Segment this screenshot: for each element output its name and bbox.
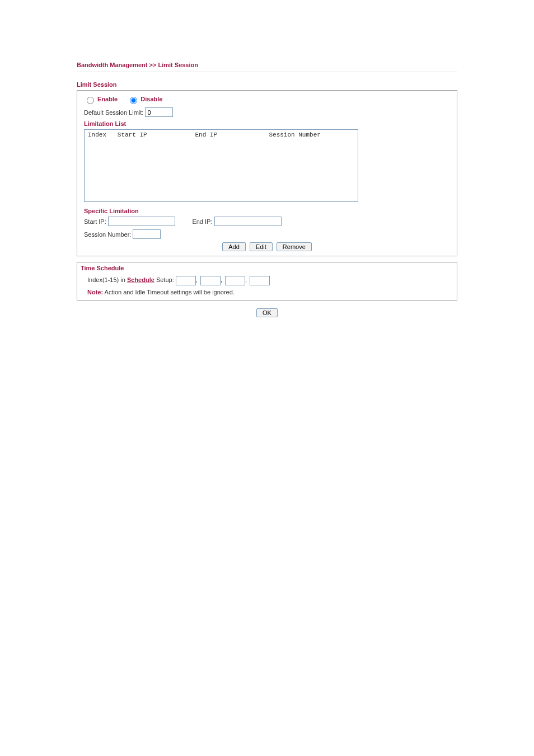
add-button[interactable]: Add — [222, 242, 246, 251]
breadcrumb: Bandwidth Management >> Limit Session — [77, 62, 457, 72]
limitation-list-box[interactable]: Index Start IP End IP Session Number — [84, 129, 358, 202]
schedule-suffix: Setup: — [154, 276, 174, 283]
disable-radio-label[interactable]: Disable — [127, 96, 162, 102]
limit-session-panel: Enable Disable Default Session Limit: Li… — [77, 90, 457, 256]
enable-radio[interactable] — [87, 97, 94, 104]
session-number-label: Session Number: — [84, 231, 131, 238]
schedule-index-3[interactable] — [225, 276, 245, 285]
start-ip-label: Start IP: — [84, 218, 106, 225]
default-limit-label: Default Session Limit: — [84, 109, 143, 116]
schedule-link[interactable]: Schedule — [127, 276, 154, 283]
schedule-index-4[interactable] — [250, 276, 270, 285]
separator: , — [245, 276, 247, 283]
limitation-list-title: Limitation List — [84, 120, 450, 127]
disable-radio[interactable] — [130, 97, 137, 104]
section-title: Limit Session — [77, 81, 457, 88]
schedule-prefix: Index(1-15) in — [87, 276, 127, 283]
enable-radio-label[interactable]: Enable — [84, 96, 119, 102]
session-number-input[interactable] — [133, 229, 161, 239]
end-ip-label: End IP: — [192, 218, 212, 225]
remove-button[interactable]: Remove — [277, 242, 312, 251]
ok-button[interactable]: OK — [256, 308, 278, 317]
edit-button[interactable]: Edit — [250, 242, 273, 251]
schedule-index-2[interactable] — [200, 276, 221, 285]
enable-label-text: Enable — [97, 96, 118, 102]
end-ip-input[interactable] — [214, 217, 282, 226]
separator: , — [196, 276, 198, 283]
disable-label-text: Disable — [140, 96, 162, 102]
specific-limitation-title: Specific Limitation — [84, 208, 450, 214]
separator: , — [221, 276, 222, 283]
schedule-index-1[interactable] — [176, 276, 196, 285]
default-limit-input[interactable] — [145, 107, 173, 117]
note-text: Action and Idle Timeout settings will be… — [103, 289, 235, 295]
note-label: Note: — [87, 289, 103, 295]
start-ip-input[interactable] — [108, 217, 175, 226]
time-schedule-title: Time Schedule — [77, 262, 457, 274]
time-schedule-panel: Time Schedule Index(1-15) in Schedule Se… — [77, 262, 457, 300]
